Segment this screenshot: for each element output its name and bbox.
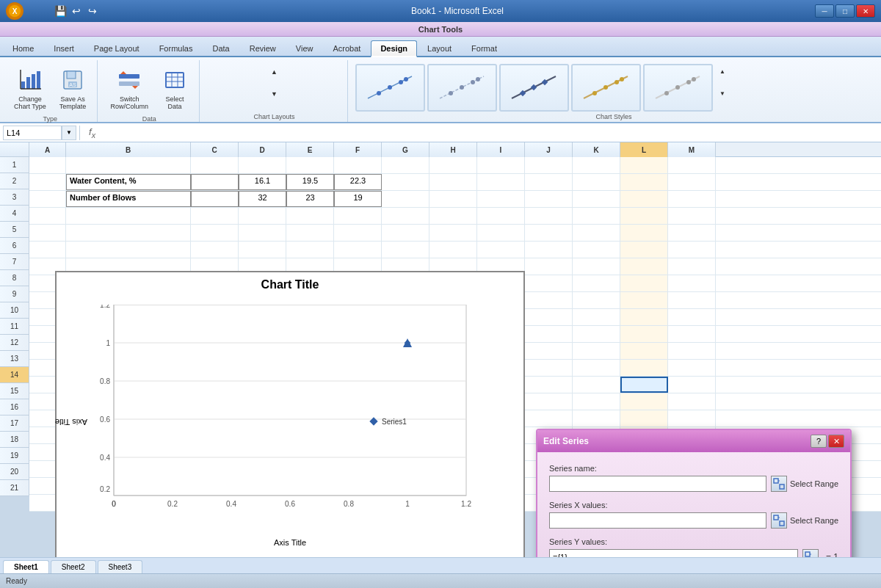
cell-e2[interactable]: 19.5 xyxy=(286,174,334,190)
cell-m1[interactable] xyxy=(668,157,716,173)
row-header-2[interactable]: 2 xyxy=(0,173,29,189)
cell-c3[interactable] xyxy=(191,191,239,207)
series-x-select-range[interactable]: Select Range xyxy=(771,512,838,529)
cell-i2[interactable] xyxy=(477,174,525,190)
col-header-m[interactable]: M xyxy=(668,142,716,157)
cell-d1[interactable] xyxy=(239,157,286,173)
maximize-button[interactable]: □ xyxy=(835,4,855,18)
series-y-select-range[interactable] xyxy=(802,549,819,557)
cell-h3[interactable] xyxy=(429,191,477,207)
col-header-d[interactable]: D xyxy=(239,142,286,157)
cell-j1[interactable] xyxy=(525,157,573,173)
cell-j2[interactable] xyxy=(525,174,573,190)
series-name-select-range[interactable]: Select Range xyxy=(771,476,838,492)
cell-a1[interactable] xyxy=(29,157,66,173)
tab-home[interactable]: Home xyxy=(3,40,43,56)
tab-acrobat[interactable]: Acrobat xyxy=(323,40,370,56)
layout-scroll-down[interactable]: ▼ xyxy=(263,88,285,109)
sheet-tab-3[interactable]: Sheet3 xyxy=(98,560,143,573)
cell-h2[interactable] xyxy=(429,174,477,190)
cell-f3[interactable]: 19 xyxy=(334,191,382,207)
minimize-button[interactable]: ─ xyxy=(815,4,834,18)
sheet-tab-2[interactable]: Sheet2 xyxy=(51,560,96,573)
row-header-17[interactable]: 17 xyxy=(0,415,29,432)
cell-d3[interactable]: 32 xyxy=(239,191,286,207)
cell-g1[interactable] xyxy=(382,157,429,173)
row-header-12[interactable]: 12 xyxy=(0,335,29,351)
cell-a3[interactable] xyxy=(29,191,66,207)
cell-d2[interactable]: 16.1 xyxy=(239,174,286,190)
style-scroll-up[interactable]: ▲ xyxy=(715,66,730,87)
cell-ref-dropdown[interactable]: ▼ xyxy=(62,126,76,140)
redo-button[interactable]: ↪ xyxy=(85,4,100,18)
cell-c2[interactable] xyxy=(191,174,239,190)
cell-e1[interactable] xyxy=(286,157,334,173)
series-y-input[interactable] xyxy=(549,549,798,557)
row-header-10[interactable]: 10 xyxy=(0,302,29,319)
col-header-b[interactable]: B xyxy=(66,142,191,157)
chart-style-2[interactable] xyxy=(427,64,497,112)
col-header-g[interactable]: G xyxy=(382,142,429,157)
col-header-i[interactable]: I xyxy=(477,142,525,157)
switch-row-column-button[interactable]: SwitchRow/Column xyxy=(105,63,153,114)
row-header-4[interactable]: 4 xyxy=(0,206,29,222)
row-header-20[interactable]: 20 xyxy=(0,464,29,480)
tab-insert[interactable]: Insert xyxy=(44,40,84,56)
cell-f1[interactable] xyxy=(334,157,382,173)
col-header-h[interactable]: H xyxy=(429,142,477,157)
row-header-11[interactable]: 11 xyxy=(0,319,29,335)
formula-input[interactable] xyxy=(101,128,878,137)
cell-e3[interactable]: 23 xyxy=(286,191,334,207)
row-header-14[interactable]: 14 xyxy=(0,367,29,383)
cell-l2[interactable] xyxy=(620,174,668,190)
row-header-16[interactable]: 16 xyxy=(0,399,29,415)
tab-formulas[interactable]: Formulas xyxy=(150,40,203,56)
chart-area[interactable]: Chart Title Axis Title 1.2 1 xyxy=(55,271,525,557)
tab-layout[interactable]: Layout xyxy=(418,40,461,56)
cell-c1[interactable] xyxy=(191,157,239,173)
col-header-f[interactable]: F xyxy=(334,142,382,157)
cell-k1[interactable] xyxy=(573,157,620,173)
cell-k2[interactable] xyxy=(573,174,620,190)
cell-m3[interactable] xyxy=(668,191,716,207)
cell-l3[interactable] xyxy=(620,191,668,207)
close-button[interactable]: ✕ xyxy=(856,4,875,18)
cell-m2[interactable] xyxy=(668,174,716,190)
cell-b4[interactable] xyxy=(66,208,191,224)
chart-style-5[interactable] xyxy=(643,64,713,112)
tab-view[interactable]: View xyxy=(286,40,323,56)
col-header-a[interactable]: A xyxy=(29,142,66,157)
row-header-7[interactable]: 7 xyxy=(0,254,29,270)
dialog-help-button[interactable]: ? xyxy=(811,435,827,448)
row-header-9[interactable]: 9 xyxy=(0,286,29,302)
cell-k3[interactable] xyxy=(573,191,620,207)
chart-style-1[interactable] xyxy=(355,64,425,112)
cell-l1[interactable] xyxy=(620,157,668,173)
col-header-l[interactable]: L xyxy=(620,142,668,157)
layout-scroll-up[interactable]: ▲ xyxy=(263,66,285,87)
tab-review[interactable]: Review xyxy=(240,40,286,56)
change-chart-type-button[interactable]: ChangeChart Type xyxy=(9,63,51,114)
col-header-k[interactable]: K xyxy=(573,142,620,157)
cell-i1[interactable] xyxy=(477,157,525,173)
save-as-template-button[interactable]: AS Save AsTemplate xyxy=(54,63,92,114)
save-button[interactable]: 💾 xyxy=(53,4,68,18)
cell-b3[interactable]: Number of Blows xyxy=(66,191,191,207)
row-header-21[interactable]: 21 xyxy=(0,480,29,496)
undo-button[interactable]: ↩ xyxy=(69,4,84,18)
cell-f2[interactable]: 22.3 xyxy=(334,174,382,190)
tab-format[interactable]: Format xyxy=(462,40,507,56)
tab-data[interactable]: Data xyxy=(203,40,239,56)
cell-b2[interactable]: Water Content, % xyxy=(66,174,191,190)
row-header-5[interactable]: 5 xyxy=(0,222,29,238)
col-header-c[interactable]: C xyxy=(191,142,239,157)
dialog-close-button[interactable]: ✕ xyxy=(828,435,844,448)
cell-h1[interactable] xyxy=(429,157,477,173)
tab-page-layout[interactable]: Page Layout xyxy=(84,40,149,56)
row-header-6[interactable]: 6 xyxy=(0,238,29,254)
cell-g3[interactable] xyxy=(382,191,429,207)
cell-reference-box[interactable] xyxy=(3,126,62,140)
cell-j3[interactable] xyxy=(525,191,573,207)
cell-a4[interactable] xyxy=(29,208,66,224)
row-header-15[interactable]: 15 xyxy=(0,383,29,399)
